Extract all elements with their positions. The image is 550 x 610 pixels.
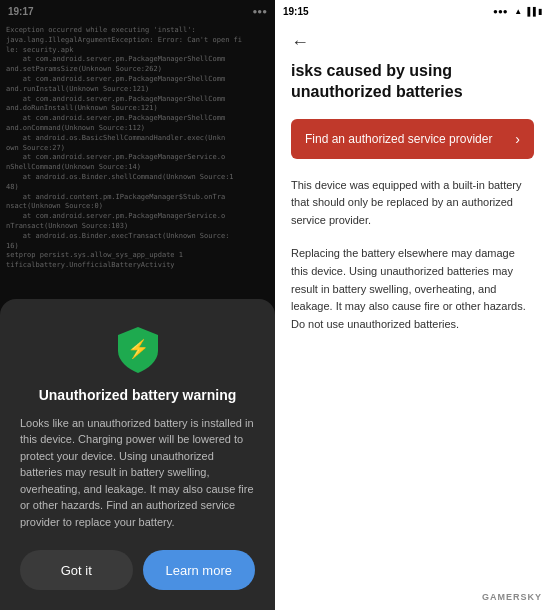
find-provider-button[interactable]: Find an authorized service provider ›	[291, 119, 534, 159]
status-icons-right: ●●● ▲ ▐▐ ▮	[493, 7, 542, 16]
watermark: GAMERSKY	[482, 592, 542, 602]
right-panel: 19:15 ●●● ▲ ▐▐ ▮ ← isks caused by using …	[275, 0, 550, 610]
find-provider-label: Find an authorized service provider	[305, 132, 492, 146]
action-buttons: Got it Learn more	[20, 550, 255, 590]
warning-body: Looks like an unauthorized battery is in…	[20, 415, 255, 531]
body-paragraph-2: Replacing the battery elsewhere may dama…	[291, 245, 534, 333]
body-paragraph-1: This device was equipped with a built-in…	[291, 177, 534, 230]
battery-icon: ▮	[538, 7, 542, 16]
time-right: 19:15	[283, 6, 309, 17]
shield-icon: ⚡	[112, 323, 164, 375]
status-bar-right: 19:15 ●●● ▲ ▐▐ ▮	[275, 0, 550, 22]
wifi-icon: ▲	[514, 7, 522, 16]
left-panel: 19:17 ●●● Exception occurred while execu…	[0, 0, 275, 610]
shield-icon-container: ⚡	[20, 323, 255, 375]
arrow-icon: ›	[515, 131, 520, 147]
svg-text:⚡: ⚡	[127, 338, 150, 360]
got-it-button[interactable]: Got it	[20, 550, 133, 590]
learn-more-button[interactable]: Learn more	[143, 550, 256, 590]
status-icons-group: ●●● ▲ ▐▐ ▮	[493, 7, 542, 16]
right-content: ← isks caused by using unauthorized batt…	[275, 22, 550, 610]
notification-dots: ●●●	[493, 7, 508, 16]
warning-title: Unauthorized battery warning	[20, 387, 255, 403]
back-button[interactable]: ←	[291, 32, 534, 53]
signal-icon: ▐▐	[524, 7, 535, 16]
page-title: isks caused by using unauthorized batter…	[291, 61, 534, 103]
bottom-sheet: ⚡ Unauthorized battery warning Looks lik…	[0, 299, 275, 611]
